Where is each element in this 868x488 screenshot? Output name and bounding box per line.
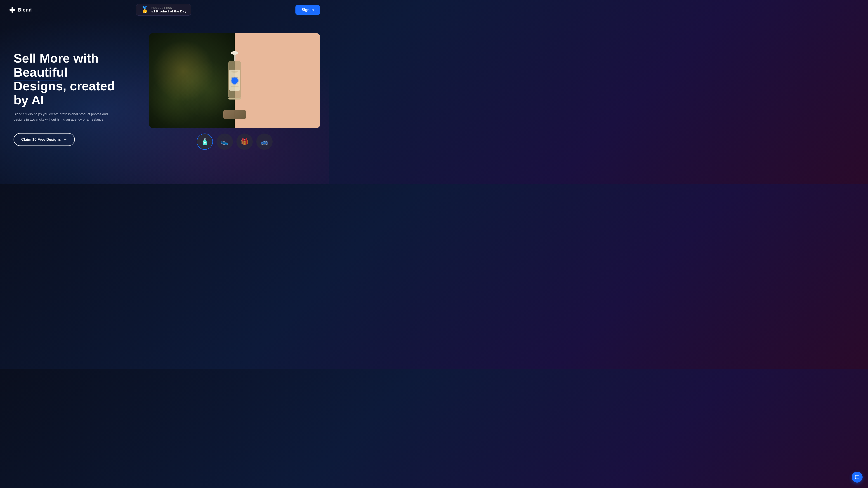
cta-button[interactable]: Claim 10 Free Designs → <box>13 133 75 146</box>
logo-text: Blend <box>18 7 32 13</box>
hero-left: Sell More with Beautiful Designs, create… <box>13 33 131 146</box>
medal-icon: 🥇 <box>141 7 149 13</box>
badge-label: PRODUCT HUNT <box>151 6 186 9</box>
hero-subheadline: Blend Studio helps you create profession… <box>13 111 108 122</box>
thumb-car-icon: 🚙 <box>260 138 269 145</box>
thumbnail-bottle[interactable]: 🧴 <box>197 133 213 150</box>
thumbnail-shoe[interactable]: 👟 <box>217 133 233 150</box>
product-image-container: Cosmetic botanical <box>149 33 320 128</box>
thumb-gift-icon: 🎁 <box>241 138 249 145</box>
sign-in-button[interactable]: Sign in <box>296 5 320 15</box>
cta-label: Claim 10 Free Designs <box>21 138 61 142</box>
product-hunt-badge: 🥇 PRODUCT HUNT #1 Product of the Day <box>136 4 191 15</box>
thumbnail-car[interactable]: 🚙 <box>256 133 273 150</box>
thumb-shoe-icon: 👟 <box>221 138 229 145</box>
logo-icon <box>9 7 16 13</box>
hero-headline: Sell More with Beautiful Designs, create… <box>13 51 131 107</box>
thumbnail-strip: 🧴 👟 🎁 🚙 <box>149 133 320 150</box>
navbar: Blend 🥇 PRODUCT HUNT #1 Product of the D… <box>0 0 329 20</box>
main-content: Sell More with Beautiful Designs, create… <box>0 20 329 184</box>
logo-area: Blend <box>9 7 32 13</box>
headline-line2: Designs, created by AI <box>13 79 115 107</box>
thumb-bottle-icon: 🧴 <box>201 138 209 145</box>
badge-rank: #1 Product of the Day <box>151 9 186 13</box>
headline-line1: Sell More with Beautiful <box>13 51 131 79</box>
cta-arrow-icon: → <box>63 137 67 142</box>
badge-text: PRODUCT HUNT #1 Product of the Day <box>151 6 186 13</box>
svg-rect-1 <box>9 9 15 11</box>
thumbnail-gift[interactable]: 🎁 <box>237 133 253 150</box>
hero-right: Cosmetic botanical 🧴 👟 🎁 <box>149 33 320 146</box>
slider-handle[interactable] <box>231 77 238 84</box>
